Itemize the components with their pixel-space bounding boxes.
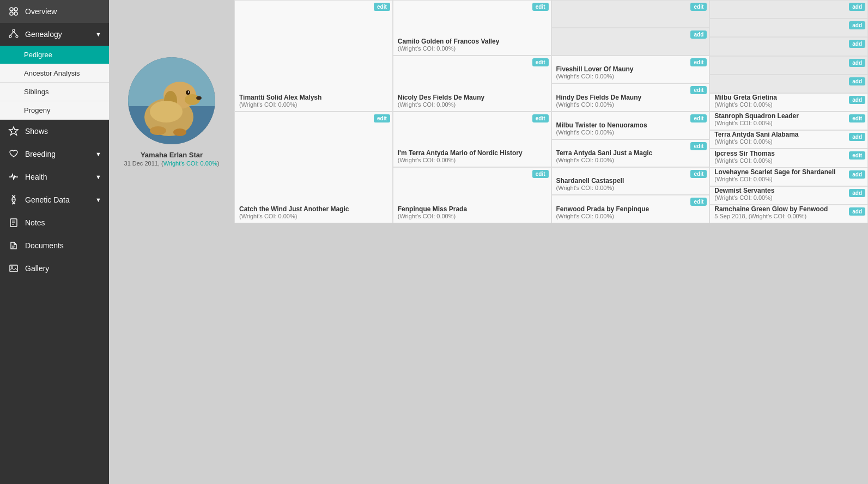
parent-2-edit-btn[interactable]: edit [374, 114, 390, 122]
gp-3-edit-btn[interactable]: edit [532, 114, 549, 122]
svg-point-1 [14, 8, 17, 11]
parent-2-coi: (Wright's COI: 0.00%) [239, 213, 388, 219]
ggp-7-cell: edit Shardanell Castaspell (Wright's COI… [551, 167, 710, 195]
gp-3-name: I'm Terra Antyda Mario of Nordic History [398, 149, 547, 157]
ggp-8-cell: edit Fenwood Prada by Fenpinque (Wright'… [551, 195, 710, 223]
gggp-10-cell: add Lovehayne Scarlet Sage for Shardanel… [709, 168, 868, 186]
gggp-11-coi: (Wright's COI: 0.00%) [714, 194, 863, 201]
gggp-8-name: Terra Antyda Sani Alabama [714, 131, 863, 138]
gggp-4-add-btn[interactable]: add [849, 59, 865, 67]
grandparents-column: edit Camilo Golden of Francos Valley (Wr… [393, 0, 551, 223]
sidebar-item-ancestor-analysis[interactable]: Ancestor Analysis [0, 64, 109, 83]
gggp-8-coi: (Wright's COI: 0.00%) [714, 138, 863, 145]
gp-3-cell: edit I'm Terra Antyda Mario of Nordic Hi… [393, 112, 551, 167]
documents-icon [8, 240, 20, 252]
gggp-11-name: Dewmist Servantes [714, 187, 863, 194]
ggp-1-edit-btn[interactable]: edit [690, 3, 707, 11]
ggp-2-add-btn[interactable]: add [690, 30, 707, 39]
ggp-5-name: Milbu Twister to Nenuoramos [556, 121, 705, 129]
sidebar-item-genealogy[interactable]: Genealogy ▼ [0, 23, 109, 46]
sidebar-item-overview-label: Overview [25, 7, 57, 16]
gggp-11-add-btn[interactable]: add [849, 189, 865, 197]
sidebar-item-notes[interactable]: Notes [0, 211, 109, 234]
sidebar-item-shows-label: Shows [25, 127, 48, 136]
ggp-5-edit-btn[interactable]: edit [690, 114, 707, 122]
svg-line-7 [10, 32, 14, 35]
gggp-11-cell: add Dewmist Servantes (Wright's COI: 0.0… [709, 186, 868, 205]
gggp-1-add-btn[interactable]: add [849, 3, 865, 11]
notes-icon [8, 217, 20, 229]
sidebar-item-breeding[interactable]: Breeding ▼ [0, 143, 109, 166]
gggp-6-coi: (Wright's COI: 0.00%) [714, 101, 863, 108]
ggp-3-coi: (Wright's COI: 0.00%) [556, 73, 705, 79]
ggp-4-cell: edit Hindy Des Fields De Mauny (Wright's… [551, 83, 710, 112]
gggp-4-cell: add [709, 56, 868, 75]
gggp-7-edit-btn[interactable]: edit [849, 114, 865, 122]
sidebar-item-health[interactable]: Health ▼ [0, 166, 109, 188]
svg-line-8 [14, 32, 17, 35]
gggp-12-add-btn[interactable]: add [849, 207, 865, 216]
svg-point-30 [186, 90, 190, 95]
ggp-7-name: Shardanell Castaspell [556, 177, 705, 185]
svg-point-34 [173, 128, 186, 136]
genealogy-submenu: Pedigree Ancestor Analysis Siblings Prog… [0, 46, 109, 120]
genetic-chevron-icon: ▼ [95, 197, 101, 203]
sidebar-item-siblings[interactable]: Siblings [0, 83, 109, 101]
gggp-2-add-btn[interactable]: add [849, 21, 865, 29]
sidebar-item-gallery[interactable]: Gallery [0, 257, 109, 280]
gggp-6-add-btn[interactable]: add [849, 96, 865, 104]
greatgrandparents-column: edit add edit Fiveshill Lover Of Mauny (… [551, 0, 710, 223]
gp-2-edit-btn[interactable]: edit [532, 58, 549, 66]
pedigree-container: Yamaha Erlan Star 31 Dec 2011, (Wright's… [109, 0, 868, 223]
gp-4-edit-btn[interactable]: edit [532, 170, 549, 178]
sidebar: Overview Genealogy ▼ Pedigree Ancestor A… [0, 0, 109, 484]
ggp-7-edit-btn[interactable]: edit [690, 170, 707, 178]
sidebar-item-documents[interactable]: Documents [0, 234, 109, 257]
dog-photo [128, 57, 215, 144]
main-content: Yamaha Erlan Star 31 Dec 2011, (Wright's… [109, 0, 868, 484]
svg-point-5 [9, 35, 11, 38]
sidebar-item-genetic[interactable]: Genetic Data ▼ [0, 188, 109, 211]
ggp-8-edit-btn[interactable]: edit [690, 198, 707, 206]
gallery-icon [8, 262, 20, 274]
ggp-4-name: Hindy Des Fields De Mauny [556, 94, 705, 101]
gggp-8-add-btn[interactable]: add [849, 133, 865, 141]
overview-icon [8, 5, 20, 17]
parent-2-cell: edit Catch the Wind Just Another Magic (… [234, 112, 393, 223]
gp-1-coi: (Wright's COI: 0.00%) [398, 45, 547, 52]
svg-point-6 [16, 35, 18, 38]
parent-1-edit-btn[interactable]: edit [374, 3, 390, 11]
svg-rect-18 [10, 265, 17, 272]
sidebar-item-shows[interactable]: Shows [0, 120, 109, 143]
gp-4-coi: (Wright's COI: 0.00%) [398, 213, 547, 219]
genealogy-icon [8, 28, 20, 40]
sidebar-item-progeny-label: Progeny [24, 106, 50, 114]
sidebar-item-breeding-label: Breeding [25, 150, 56, 158]
gggp-5-add-btn[interactable]: add [849, 77, 865, 85]
sidebar-item-pedigree[interactable]: Pedigree [0, 46, 109, 64]
gggp-3-add-btn[interactable]: add [849, 40, 865, 48]
gp-1-edit-btn[interactable]: edit [532, 3, 549, 11]
ggp-6-edit-btn[interactable]: edit [690, 142, 707, 150]
parents-column: edit Timantti Solid Alex Malysh (Wright'… [234, 0, 393, 223]
sidebar-item-siblings-label: Siblings [24, 88, 49, 96]
sidebar-item-ancestor-label: Ancestor Analysis [24, 69, 80, 77]
ggp-8-coi: (Wright's COI: 0.00%) [556, 213, 705, 219]
ggp-3-cell: edit Fiveshill Lover Of Mauny (Wright's … [551, 56, 710, 83]
gggp-9-edit-btn[interactable]: edit [849, 151, 865, 160]
gggp-1-cell: add [709, 0, 868, 19]
sidebar-item-documents-label: Documents [25, 241, 64, 250]
ggp-7-coi: (Wright's COI: 0.00%) [556, 185, 705, 191]
gp-4-name: Fenpinque Miss Prada [398, 205, 547, 213]
gggp-12-cell: add Ramchaine Green Glow by Fenwood 5 Se… [709, 205, 868, 223]
gp-2-name: Nicoly Des Fields De Mauny [398, 94, 547, 101]
sidebar-item-progeny[interactable]: Progeny [0, 101, 109, 120]
ggp-4-edit-btn[interactable]: edit [690, 86, 707, 94]
gggp-7-cell: edit Stanroph Squadron Leader (Wright's … [709, 112, 868, 130]
gggp-10-add-btn[interactable]: add [849, 170, 865, 179]
gggg-column: add add add add add [709, 0, 868, 223]
dog-profile-column: Yamaha Erlan Star 31 Dec 2011, (Wright's… [109, 0, 234, 223]
gggp-10-coi: (Wright's COI: 0.00%) [714, 176, 863, 182]
sidebar-item-overview[interactable]: Overview [0, 0, 109, 23]
ggp-3-edit-btn[interactable]: edit [690, 58, 707, 66]
